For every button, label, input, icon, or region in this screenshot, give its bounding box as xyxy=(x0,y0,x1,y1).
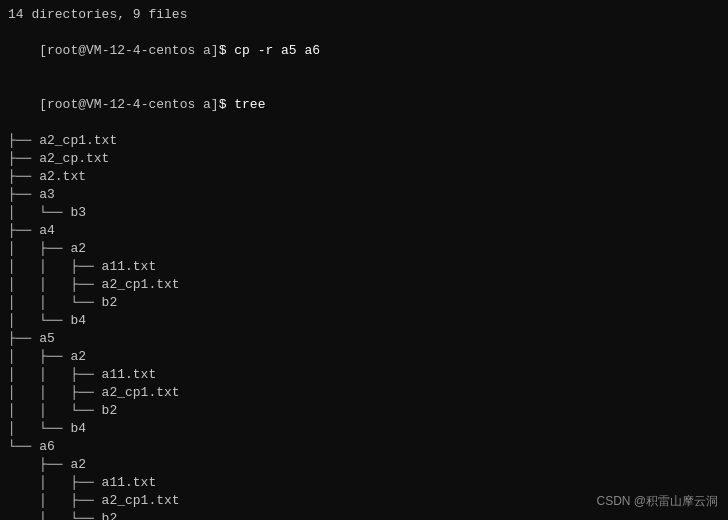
line-cmd1: [root@VM-12-4-centos a]$ cp -r a5 a6 xyxy=(8,24,720,78)
tree-line-7: │ ├── a2 xyxy=(8,240,720,258)
tree-line-10: │ │ └── b2 xyxy=(8,294,720,312)
prompt-user: [root@VM-12-4-centos a] xyxy=(39,43,218,58)
tree-line-3: ├── a2.txt xyxy=(8,168,720,186)
tree-line-4: ├── a3 xyxy=(8,186,720,204)
tree-line-6: ├── a4 xyxy=(8,222,720,240)
tree-line-2: ├── a2_cp.txt xyxy=(8,150,720,168)
prompt-cmd1: $ cp -r a5 a6 xyxy=(219,43,320,58)
tree-line-9: │ │ ├── a2_cp1.txt xyxy=(8,276,720,294)
tree-line-8: │ │ ├── a11.txt xyxy=(8,258,720,276)
tree-line-16: │ │ └── b2 xyxy=(8,402,720,420)
terminal: 14 directories, 9 files [root@VM-12-4-ce… xyxy=(0,0,728,520)
tree-line-18: └── a6 xyxy=(8,438,720,456)
prompt-user2: [root@VM-12-4-centos a] xyxy=(39,97,218,112)
tree-line-5: │ └── b3 xyxy=(8,204,720,222)
tree-line-12: ├── a5 xyxy=(8,330,720,348)
watermark: CSDN @积雷山摩云洞 xyxy=(596,493,718,510)
line-cmd2: [root@VM-12-4-centos a]$ tree xyxy=(8,78,720,132)
tree-line-15: │ │ ├── a2_cp1.txt xyxy=(8,384,720,402)
prompt-cmd2: $ tree xyxy=(219,97,266,112)
tree-line-17: │ └── b4 xyxy=(8,420,720,438)
tree-line-11: │ └── b4 xyxy=(8,312,720,330)
tree-line-22: │ └── b2 xyxy=(8,510,720,520)
tree-line-14: │ │ ├── a11.txt xyxy=(8,366,720,384)
tree-line-20: │ ├── a11.txt xyxy=(8,474,720,492)
tree-line-1: ├── a2_cp1.txt xyxy=(8,132,720,150)
tree-line-13: │ ├── a2 xyxy=(8,348,720,366)
tree-line-19: ├── a2 xyxy=(8,456,720,474)
line-header: 14 directories, 9 files xyxy=(8,6,720,24)
